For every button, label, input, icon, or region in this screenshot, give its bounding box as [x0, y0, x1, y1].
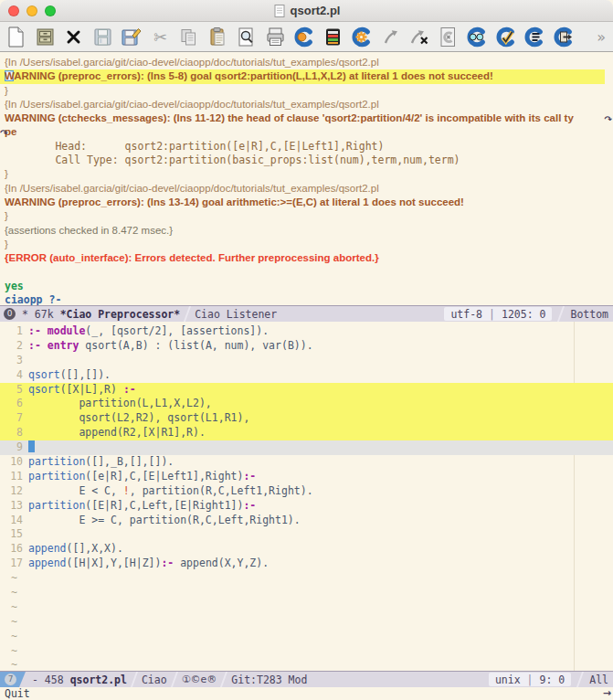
modeline-buffer-name[interactable]: *Ciao Preprocessor*: [60, 308, 181, 321]
search-icon[interactable]: [234, 25, 259, 49]
line-number: 13: [0, 499, 23, 514]
line-number: 10: [0, 455, 23, 470]
ciao-preprocess-glasses-icon[interactable]: [464, 25, 489, 49]
line-number: 6: [0, 397, 23, 411]
empty-line-marker: ~: [0, 615, 613, 630]
git-branch-label[interactable]: Git:T283 Mod: [231, 673, 307, 686]
echo-area-message: Quit: [5, 687, 30, 700]
modeline-status: * 67k: [22, 308, 54, 321]
shell-line: {ERROR (auto_interface): Errors detected…: [5, 251, 613, 265]
shell-line: {assertions checked in 8.472 msec.}: [5, 224, 613, 238]
code-line: 7 qsort(L2,R2), qsort(L1,R1),: [0, 411, 613, 426]
modeline-separator: [171, 672, 178, 687]
shell-line: [5, 265, 613, 279]
cursor-position-label: 1205: 0: [502, 308, 545, 321]
save-as-icon[interactable]: [119, 25, 143, 49]
ciao-quit-icon[interactable]: [551, 25, 576, 49]
line-number: 16: [0, 542, 23, 557]
ciao-preprocessor-buffer[interactable]: {In /Users/isabel.garcia/git/ciao-devel/…: [0, 52, 613, 305]
code-line: 10partition([],_B,[],[]).: [0, 455, 613, 470]
cut-icon[interactable]: ✂: [148, 25, 173, 49]
modeline-buffer-name[interactable]: qsort2.pl: [70, 673, 127, 686]
paste-icon[interactable]: [206, 25, 230, 49]
empty-line-marker: ~: [0, 630, 613, 644]
scroll-position-label: Bottom: [570, 308, 608, 321]
code-line: 14 E >= C, partition(R,C,Left,Right1).: [0, 514, 613, 528]
code-line: 15: [0, 527, 613, 542]
window-title: qsort2.pl: [0, 4, 613, 18]
modeline-separator: [131, 672, 138, 687]
shell-line: yes: [5, 280, 613, 293]
ciao-buffers-icon[interactable]: [321, 25, 345, 49]
empty-line-marker: ~: [0, 644, 613, 659]
empty-line-marker: ~: [0, 658, 613, 671]
zoom-window-button[interactable]: [45, 5, 56, 16]
open-file-icon[interactable]: [33, 25, 58, 49]
line-number: 9: [0, 440, 23, 455]
shell-line: Head: qsort2:partition([e|R],C,[E|Left1]…: [5, 140, 613, 154]
modeline-ciao-preprocessor[interactable]: 0 * 67k *Ciao Preprocessor* Ciao Listene…: [0, 305, 613, 322]
line-number: 4: [0, 368, 23, 383]
copy-icon[interactable]: [176, 25, 201, 49]
code-line: 17append([H|X],Y,[H|Z]):- append(X,Y,Z).: [0, 557, 613, 571]
modeline-major-mode[interactable]: Ciao Listener: [195, 308, 277, 321]
shell-line: }: [5, 167, 613, 181]
line-wrap-arrow-icon: ↷: [605, 112, 612, 126]
ciao-logo-icon[interactable]: [291, 25, 316, 49]
modeline-separator: [557, 306, 565, 322]
toolbar-overflow-chevron-icon[interactable]: »: [597, 28, 609, 46]
line-number: 15: [0, 527, 23, 542]
code-line: 9: [0, 440, 613, 455]
line-number: 8: [0, 426, 23, 440]
minimize-window-button[interactable]: [26, 5, 37, 16]
modeline-blue-segment: 7: [0, 672, 26, 687]
modeline-major-mode[interactable]: Ciao: [142, 673, 167, 686]
save-icon[interactable]: [90, 25, 115, 49]
line-number: 3: [0, 354, 23, 368]
titlebar: qsort2.pl: [0, 0, 613, 22]
line-continuation-arrow-icon: ↷: [0, 126, 7, 140]
empty-line-marker: ~: [0, 586, 613, 600]
shell-line: }: [5, 238, 613, 251]
remove-marks-icon[interactable]: [407, 25, 431, 49]
new-file-icon[interactable]: [4, 25, 28, 49]
line-number: 11: [0, 470, 23, 484]
line-number: 7: [0, 411, 23, 426]
ciao-options-icon[interactable]: [522, 25, 546, 49]
code-line: 3: [0, 354, 613, 368]
shell-line: }: [5, 84, 613, 98]
toolbar: ✂»: [0, 22, 613, 52]
shell-line: pe↷: [5, 125, 613, 139]
ciao-check-assertions-icon[interactable]: [493, 25, 518, 49]
close-buffer-icon[interactable]: [61, 25, 86, 49]
svg-text:✂: ✂: [153, 27, 166, 47]
encoding-label: utf-8: [450, 308, 482, 321]
close-window-button[interactable]: [8, 5, 19, 16]
cursor-position-label: 9: 0: [540, 673, 565, 686]
code-line: 16append([],X,X).: [0, 542, 613, 557]
print-icon[interactable]: [263, 25, 288, 49]
truncation-arrow-icon: →: [603, 687, 611, 699]
qsort2-code-buffer[interactable]: 1:- module(_, [qsort/2], [assertions]).2…: [0, 322, 613, 671]
goto-next-mark-icon[interactable]: [378, 25, 403, 49]
line-number: 5: [0, 383, 23, 398]
code-line: 13partition([E|R],C,Left,[E|Right1]):-: [0, 499, 613, 514]
minibuffer[interactable]: Quit →: [0, 687, 613, 700]
modeline-minor-mode-indicators: ①©e®: [182, 673, 217, 685]
line-number: 14: [0, 514, 23, 528]
empty-line-marker: ~: [0, 571, 613, 586]
modeline-status: - 458: [32, 673, 64, 686]
code-line: 12 E < C, !, partition(R,C,Left1,Right).: [0, 484, 613, 499]
shell-line: {In /Users/isabel.garcia/git/ciao-devel/…: [5, 182, 613, 196]
code-line: 1:- module(_, [qsort/2], [assertions]).: [0, 324, 613, 339]
shell-line: }: [5, 209, 613, 223]
modeline-pipe: |: [489, 308, 495, 321]
clear-errors-doc-icon[interactable]: [436, 25, 460, 49]
modeline-qsort2[interactable]: 7 - 458 qsort2.pl Ciao ①©e® Git:T283 Mod…: [0, 671, 613, 687]
modeline-encoding-position: unix | 9: 0: [489, 673, 571, 686]
line-number: 2: [0, 339, 23, 354]
text-cursor: [28, 440, 35, 452]
ciao-process-gear-icon[interactable]: [349, 25, 374, 49]
shell-line: {In /Users/isabel.garcia/git/ciao-devel/…: [5, 56, 613, 69]
code-line: 11partition([e|R],C,[E|Left1],Right):-: [0, 470, 613, 484]
